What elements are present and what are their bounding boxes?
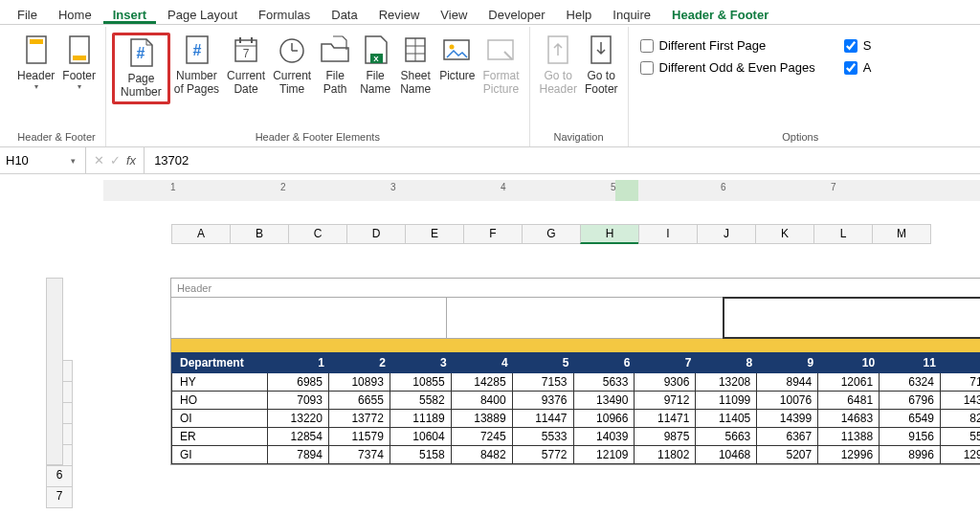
tab-insert[interactable]: Insert [103,4,156,24]
header-button[interactable]: Header ▾ [13,33,58,94]
different-first-page-checkbox[interactable] [640,39,654,53]
cell[interactable]: HO [172,392,268,410]
col-M[interactable]: M [872,224,931,244]
cell[interactable]: 9306 [635,373,696,392]
formula-input[interactable]: 13702 [145,153,980,168]
col-L[interactable]: L [813,224,873,244]
cell[interactable]: 13889 [451,410,512,428]
number-of-pages-button[interactable]: # Number of Pages [170,33,223,99]
cell[interactable]: 13772 [328,410,390,428]
cell[interactable]: 12947 [940,446,980,464]
scale-with-doc-checkbox[interactable] [844,39,858,53]
cell[interactable]: GI [172,446,268,464]
cell[interactable]: 9156 [880,428,941,446]
cell[interactable]: 9376 [512,392,573,410]
col-C[interactable]: C [288,224,347,244]
col-F[interactable]: F [463,224,523,244]
row-6[interactable]: 6 [46,465,73,487]
cell[interactable]: OI [172,410,268,428]
tab-inquire[interactable]: Inquire [603,4,660,24]
cell[interactable]: 5533 [512,428,573,446]
col-K[interactable]: K [755,224,814,244]
cell[interactable]: 6549 [880,410,941,428]
cell[interactable]: 7093 [268,392,329,410]
current-date-button[interactable]: 7 Current Date [223,33,269,99]
header-center[interactable] [446,297,724,339]
cell[interactable]: 5158 [390,446,451,464]
cell[interactable]: 10468 [696,446,757,464]
cell[interactable]: 11579 [328,428,390,446]
cell[interactable]: 6985 [268,373,329,392]
cell[interactable]: 11189 [390,410,451,428]
tab-file[interactable]: File [8,4,47,24]
cell[interactable]: 6655 [328,392,390,410]
tab-home[interactable]: Home [49,4,101,24]
cell[interactable]: 6367 [757,428,818,446]
cell[interactable]: 11471 [635,410,696,428]
picture-button[interactable]: Picture [435,33,479,84]
col-B[interactable]: B [230,224,289,244]
cell[interactable]: 12061 [818,373,880,392]
cell[interactable]: 6796 [880,392,941,410]
cell[interactable]: 5772 [512,446,573,464]
col-G[interactable]: G [522,224,581,244]
cell[interactable]: 8996 [880,446,941,464]
cell[interactable]: 13490 [573,392,635,410]
cell[interactable]: 7128 [940,373,980,392]
file-name-button[interactable]: X File Name [355,33,395,99]
cell[interactable]: 11099 [696,392,757,410]
cell[interactable]: 7374 [328,446,390,464]
different-odd-even-checkbox[interactable] [640,61,654,75]
cell[interactable]: 8239 [940,410,980,428]
cell[interactable]: 14399 [757,410,818,428]
fx-icon[interactable]: fx [126,153,136,168]
col-J[interactable]: J [697,224,756,244]
cell[interactable]: 14285 [451,373,512,392]
cell[interactable]: ER [172,428,268,446]
cell[interactable]: 10604 [390,428,451,446]
name-box-input[interactable] [6,153,56,168]
tab-data[interactable]: Data [322,4,367,24]
col-H[interactable]: H [580,224,639,244]
cell[interactable]: 5207 [757,446,818,464]
current-time-button[interactable]: Current Time [269,33,315,99]
cell[interactable]: HY [172,373,268,392]
enter-icon[interactable]: ✓ [110,153,121,168]
cell[interactable]: 5663 [696,428,757,446]
cell[interactable]: 12996 [818,446,880,464]
cancel-icon[interactable]: ✕ [94,153,104,168]
tab-developer[interactable]: Developer [479,4,554,24]
sheet-name-button[interactable]: Sheet Name [395,33,435,99]
cell[interactable]: 12854 [268,428,329,446]
header-right[interactable] [723,297,980,339]
cell[interactable]: 11802 [635,446,696,464]
cell[interactable]: 10893 [328,373,390,392]
cell[interactable]: 7894 [268,446,329,464]
cell[interactable]: 11405 [696,410,757,428]
cell[interactable]: 9712 [635,392,696,410]
cell[interactable]: 5582 [390,392,451,410]
cell[interactable]: 9875 [635,428,696,446]
tab-review[interactable]: Review [369,4,430,24]
cell[interactable]: 7245 [451,428,512,446]
tab-formulas[interactable]: Formulas [249,4,320,24]
tab-header-footer[interactable]: Header & Footer [662,4,778,24]
col-A[interactable]: A [171,224,231,244]
cell[interactable]: 10855 [390,373,451,392]
tab-help[interactable]: Help [557,4,602,24]
chevron-down-icon[interactable]: ▾ [67,156,79,166]
tab-page-layout[interactable]: Page Layout [158,4,247,24]
cell[interactable]: 5633 [573,373,635,392]
cell[interactable]: 10966 [573,410,635,428]
col-I[interactable]: I [638,224,698,244]
goto-footer-button[interactable]: Go to Footer [581,33,622,99]
cell[interactable]: 11447 [512,410,573,428]
cell[interactable]: 8944 [757,373,818,392]
col-E[interactable]: E [405,224,464,244]
cell[interactable]: 12109 [573,446,635,464]
cell[interactable]: 11388 [818,428,880,446]
cell[interactable]: 6324 [880,373,941,392]
page-number-button[interactable]: # Page Number [117,35,166,101]
cell[interactable]: 8482 [451,446,512,464]
cell[interactable]: 8400 [451,392,512,410]
